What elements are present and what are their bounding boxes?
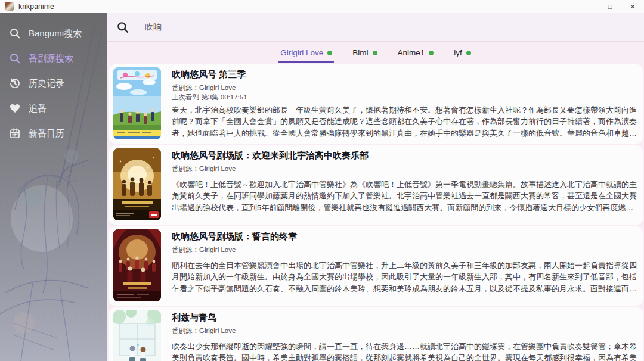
search-bar xyxy=(107,13,644,42)
poster-art xyxy=(113,229,161,301)
result-description: 《吹響吧！上低音號～歡迎加入北宇治高中管樂社》為《吹響吧！上低音號》第一季電視動… xyxy=(172,179,637,213)
history-icon xyxy=(9,77,21,89)
poster-thumbnail xyxy=(113,229,161,301)
tab-label: Bimi xyxy=(352,48,368,57)
result-card[interactable]: 利兹与青鸟 番剧源：Girigiri Love 吹奏出少女那稍縱即逝的閃耀堅強的… xyxy=(109,307,643,361)
result-last-watched: 上次看到 第3集 00:17:51 xyxy=(172,92,637,102)
result-source: 番剧源：Girigiri Love xyxy=(172,164,637,173)
poster-thumbnail xyxy=(113,310,161,361)
sidebar-item-label: 新番日历 xyxy=(29,128,64,139)
maximize-button[interactable]: □ xyxy=(599,0,621,13)
minimize-button[interactable]: – xyxy=(576,0,599,13)
poster-art xyxy=(113,148,161,220)
sidebar-item-bangumi-search[interactable]: Bangumi搜索 xyxy=(0,21,107,46)
results-list[interactable]: 吹响悠风号 第三季 番剧源：Girigiri Love 上次看到 第3集 00:… xyxy=(107,63,644,361)
search-input[interactable] xyxy=(145,23,443,32)
result-source: 番剧源：Girigiri Love xyxy=(172,326,637,335)
status-dot xyxy=(429,51,434,55)
result-description: 順利在去年的全日本管樂競演會中出場的北宇治高中管樂社，升上二年級的黃前久美子和三… xyxy=(172,260,637,294)
result-info: 利兹与青鸟 番剧源：Girigiri Love 吹奏出少女那稍縱即逝的閃耀堅強的… xyxy=(172,310,637,361)
result-source: 番剧源：Girigiri Love xyxy=(172,83,637,92)
poster-thumbnail xyxy=(113,148,161,220)
poster-art xyxy=(113,67,161,139)
sidebar-item-label: Bangumi搜索 xyxy=(29,28,82,39)
main-content: Girigiri Love Bimi Anime1 lyf xyxy=(107,13,644,361)
sidebar-item-history[interactable]: 历史记录 xyxy=(0,71,107,96)
result-info: 吹响悠风号剧场版：誓言的终章 番剧源：Girigiri Love 順利在去年的全… xyxy=(172,229,637,302)
sidebar-item-source-search[interactable]: 番剧源搜索 xyxy=(0,46,107,71)
result-description: 吹奏出少女那稍縱即逝的閃耀堅強的瞬間，請一直一直，待在我身邊……就讀北宇治高中的… xyxy=(172,341,637,361)
window-titlebar[interactable]: knkpanime – □ × xyxy=(0,0,644,13)
sidebar-item-label: 番剧源搜索 xyxy=(29,53,73,64)
result-info: 吹响悠风号剧场版：欢迎来到北宇治高中吹奏乐部 番剧源：Girigiri Love… xyxy=(172,148,637,221)
tab-lyf[interactable]: lyf xyxy=(452,45,473,63)
result-source: 番剧源：Girigiri Love xyxy=(172,245,637,254)
calendar-icon xyxy=(9,127,21,139)
tab-label: Anime1 xyxy=(398,48,425,57)
result-card[interactable]: 吹响悠风号剧场版：誓言的终章 番剧源：Girigiri Love 順利在去年的全… xyxy=(109,226,643,306)
result-description: 春天，北宇治高校吹奏樂部的部長三年級生黃前久美子，懷抱著期待和不安。想著會有怎樣… xyxy=(172,104,637,139)
tab-bimi[interactable]: Bimi xyxy=(351,45,379,63)
result-title: 吹响悠风号剧场版：欢迎来到北宇治高中吹奏乐部 xyxy=(172,150,637,161)
sidebar-item-follow[interactable]: 追番 xyxy=(0,96,107,121)
status-dot xyxy=(327,51,332,55)
poster-art xyxy=(113,310,161,361)
tab-anime1[interactable]: Anime1 xyxy=(396,45,436,63)
status-dot xyxy=(466,51,471,55)
app-icon xyxy=(5,2,14,11)
result-title: 吹响悠风号 第三季 xyxy=(172,69,637,80)
result-card[interactable]: 吹响悠风号剧场版：欢迎来到北宇治高中吹奏乐部 番剧源：Girigiri Love… xyxy=(109,145,643,225)
sidebar-item-calendar[interactable]: 新番日历 xyxy=(0,121,107,146)
search-icon xyxy=(9,52,21,64)
close-button[interactable]: × xyxy=(621,0,644,13)
status-dot xyxy=(373,51,377,55)
tab-label: lyf xyxy=(454,48,462,57)
app-title: knkpanime xyxy=(18,2,54,11)
result-title: 利兹与青鸟 xyxy=(172,312,637,323)
result-title: 吹响悠风号剧场版：誓言的终章 xyxy=(172,231,637,242)
search-icon xyxy=(117,21,129,33)
window-controls: – □ × xyxy=(576,0,644,13)
sidebar-item-label: 追番 xyxy=(29,103,47,114)
tab-label: Girigiri Love xyxy=(280,48,323,57)
poster-thumbnail xyxy=(113,67,161,139)
sidebar-menu: Bangumi搜索 番剧源搜索 历史记录 xyxy=(0,13,107,146)
search-icon xyxy=(9,27,21,39)
heart-icon xyxy=(9,102,21,114)
sidebar-item-label: 历史记录 xyxy=(29,78,64,89)
result-card[interactable]: 吹响悠风号 第三季 番剧源：Girigiri Love 上次看到 第3集 00:… xyxy=(109,64,643,144)
source-tabs: Girigiri Love Bimi Anime1 lyf xyxy=(107,42,644,63)
result-info: 吹响悠风号 第三季 番剧源：Girigiri Love 上次看到 第3集 00:… xyxy=(172,67,637,140)
app-window: knkpanime – □ × xyxy=(0,0,644,361)
tab-girigiri-love[interactable]: Girigiri Love xyxy=(278,45,334,63)
sidebar: Bangumi搜索 番剧源搜索 历史记录 xyxy=(0,13,107,361)
